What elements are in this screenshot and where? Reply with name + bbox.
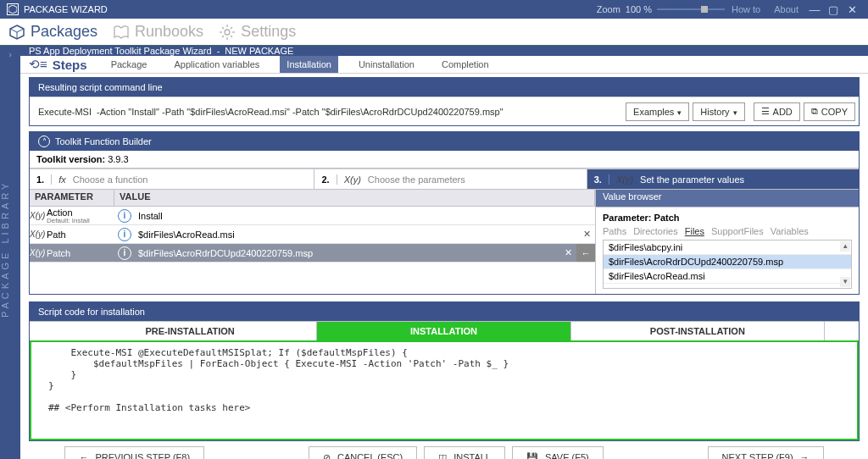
tab-pre-installation[interactable]: PRE-INSTALLATION (64, 322, 317, 340)
param-row-path[interactable]: X(y) Path i $dirFiles\AcroRead.msi ✕ (30, 225, 595, 244)
save-button[interactable]: 💾SAVE (F5) (512, 446, 604, 459)
info-icon[interactable]: i (118, 246, 131, 260)
minimize-button[interactable]: — (805, 3, 824, 16)
chevron-down-icon (677, 107, 682, 117)
vb-parameter-label: Parameter: Patch (603, 213, 852, 223)
grid-head-value: VALUE (114, 190, 595, 206)
add-button[interactable]: ☰ADD (754, 102, 800, 121)
main-nav: Packages Runbooks Settings (0, 19, 868, 46)
step-completion[interactable]: Completion (435, 56, 496, 73)
script-code-editor[interactable]: Execute-MSI @ExecuteDefaultMSISplat; If … (30, 340, 859, 440)
chevron-down-icon (733, 107, 737, 117)
cmd-input[interactable] (30, 97, 626, 125)
vb-tab-paths[interactable]: Paths (603, 226, 626, 236)
steps-label: Steps (53, 58, 87, 72)
script-panel-header: Script code for installation (30, 302, 859, 321)
book-icon (113, 24, 130, 41)
nav-settings[interactable]: Settings (219, 23, 296, 41)
nav-runbooks[interactable]: Runbooks (113, 23, 203, 41)
vb-tab-supportfiles[interactable]: SupportFiles (711, 226, 764, 236)
param-row-action[interactable]: X(y) ActionDefault: Install i Install (30, 207, 595, 225)
app-icon (7, 3, 19, 15)
sidebar-package-library[interactable]: PACKAGE LIBRARY (0, 46, 20, 459)
toolkit-version: Toolkit version: 3.9.3 (30, 151, 859, 169)
list-add-icon: ☰ (761, 106, 770, 117)
steps-icon: ⟲≡ (29, 57, 47, 72)
howto-link[interactable]: How to (732, 4, 760, 14)
svg-marker-0 (8, 5, 17, 14)
parameter-grid: PARAMETER VALUE X(y) ActionDefault: Inst… (30, 190, 596, 294)
title-bar: PACKAGE WIZARD Zoom 100 % How to About —… (0, 0, 868, 19)
nav-runbooks-label: Runbooks (135, 23, 203, 41)
gear-icon (219, 24, 236, 41)
zoom-slider[interactable] (657, 8, 725, 10)
save-icon: 💾 (526, 452, 538, 460)
maximize-button[interactable]: ▢ (824, 3, 843, 16)
vb-file-list: $dirFiles\abcpy.ini $dirFiles\AcroRdrDCU… (603, 240, 852, 289)
examples-dropdown[interactable]: Examples (626, 102, 689, 121)
cancel-icon: ⊘ (323, 452, 331, 460)
builder-step-3: 3. X(y) Set the parameter values (587, 169, 859, 189)
vb-tab-directories[interactable]: Directories (633, 226, 678, 236)
svg-point-5 (225, 30, 230, 35)
about-link[interactable]: About (774, 4, 798, 14)
close-button[interactable]: ✕ (843, 3, 861, 16)
nav-packages-label: Packages (31, 23, 97, 41)
tab-installation[interactable]: INSTALLATION (317, 322, 570, 340)
fx-icon: fx (58, 174, 66, 185)
install-button[interactable]: ◫INSTALL (424, 446, 505, 459)
step-appvars[interactable]: Application variables (167, 56, 266, 73)
xy-icon: X(y) (616, 174, 633, 185)
step-uninstallation[interactable]: Uninstallation (352, 56, 421, 73)
vb-list-item[interactable]: $dirFiles\AcroRead.msi (604, 269, 851, 284)
step-installation[interactable]: Installation (280, 56, 338, 73)
builder-header: ˄ Toolkit Function Builder (30, 132, 859, 151)
cmd-panel-header: Resulting script command line (30, 78, 859, 97)
bottom-bar: ←PREVIOUS STEP (F8) ⊘CANCEL (ESC) ◫INSTA… (20, 441, 868, 459)
builder-step-2[interactable]: 2. X(y) Choose the parameters (314, 169, 587, 189)
apply-arrow-icon[interactable]: ← (576, 244, 595, 262)
app-title: PACKAGE WIZARD (24, 4, 597, 14)
scroll-down-icon[interactable]: ▾ (840, 277, 850, 287)
next-step-button[interactable]: NEXT STEP (F9)→ (708, 446, 824, 459)
arrow-left-icon: ← (79, 452, 88, 459)
svg-line-2 (10, 29, 17, 32)
sidebar-expand-icon[interactable]: › (0, 46, 20, 63)
history-dropdown[interactable]: History (693, 102, 744, 121)
info-icon[interactable]: i (118, 209, 131, 223)
svg-line-12 (222, 36, 224, 37)
vb-list-item[interactable]: $dirFiles\AcroRdrDCUpd2400220759.msp (604, 255, 851, 269)
info-icon[interactable]: i (118, 228, 131, 241)
clear-icon[interactable]: ✕ (559, 247, 576, 258)
wizard-breadcrumb: PS App Deployment Toolkit Package Wizard… (20, 46, 868, 56)
nav-packages[interactable]: Packages (8, 23, 97, 41)
cube-icon: ◫ (438, 452, 447, 460)
steps-bar: ⟲≡ Steps Package Application variables I… (20, 56, 868, 74)
zoom-value: 100 % (626, 4, 652, 14)
cube-icon (8, 24, 25, 41)
value-browser-header: Value browser (596, 190, 859, 207)
vb-list-item[interactable]: $dirFiles\abcpy.ini (604, 241, 851, 255)
xy-icon: X(y) (344, 174, 361, 185)
cancel-button[interactable]: ⊘CANCEL (ESC) (309, 446, 417, 459)
vb-tab-files[interactable]: Files (685, 226, 704, 236)
svg-line-13 (231, 27, 232, 29)
builder-step-1[interactable]: 1. fx Choose a function (30, 169, 314, 189)
scroll-up-icon[interactable]: ▴ (840, 241, 850, 252)
arrow-right-icon: → (800, 452, 810, 459)
collapse-icon[interactable]: ˄ (38, 135, 50, 147)
copy-icon: ⧉ (811, 106, 818, 117)
svg-line-10 (222, 27, 224, 29)
copy-button[interactable]: ⧉COPY (804, 102, 855, 121)
param-row-patch[interactable]: X(y) Patch i $dirFiles\AcroRdrDCUpd24002… (30, 244, 595, 263)
wizard-title: PS App Deployment Toolkit Package Wizard (29, 46, 212, 56)
previous-step-button[interactable]: ←PREVIOUS STEP (F8) (64, 446, 204, 459)
nav-settings-label: Settings (241, 23, 296, 41)
zoom-label: Zoom (597, 4, 620, 14)
tab-post-installation[interactable]: POST-INSTALLATION (571, 322, 825, 340)
grid-head-parameter: PARAMETER (30, 190, 114, 206)
step-package[interactable]: Package (104, 56, 154, 73)
wizard-package-name: NEW PACKAGE (225, 46, 293, 56)
clear-icon[interactable]: ✕ (578, 229, 595, 240)
vb-tab-variables[interactable]: Variables (771, 226, 809, 236)
